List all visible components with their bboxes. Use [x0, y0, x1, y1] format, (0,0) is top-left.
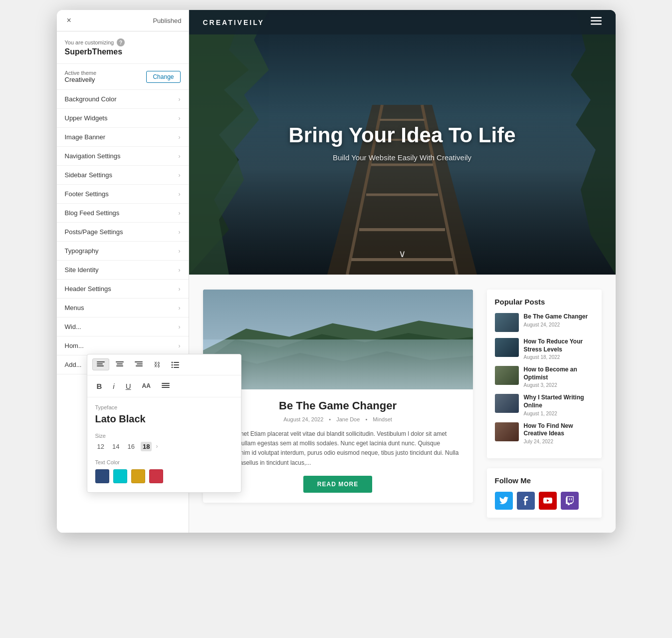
menu-item-typography[interactable]: Typography › [57, 242, 189, 261]
svg-point-9 [171, 362, 173, 363]
size-16[interactable]: 16 [125, 442, 136, 451]
text-color-label: Text Color [95, 459, 233, 465]
blog-title: Be The Game Changer [213, 399, 463, 412]
list-item[interactable]: Why I Started Writing Online August 1, 2… [495, 394, 594, 416]
chevron-right-icon: › [179, 229, 181, 236]
size-section: Size 12 14 16 18 › [87, 429, 241, 455]
swatch-yellow[interactable] [131, 469, 145, 483]
menu-item-upper-widgets[interactable]: Upper Widgets › [57, 109, 189, 128]
menu-item-background-color[interactable]: Background Color › [57, 90, 189, 109]
uppercase-button[interactable]: AA [138, 380, 155, 392]
list-item[interactable]: How To Find New Creative Ideas July 24, … [495, 422, 594, 444]
menu-item-posts-page-settings[interactable]: Posts/Page Settings › [57, 223, 189, 242]
svg-rect-8 [136, 365, 143, 366]
blog-card: Be The Game Changer August 24, 2022 • Ja… [203, 290, 473, 503]
align-left-button[interactable] [92, 358, 109, 370]
svg-rect-32 [591, 23, 602, 25]
customizing-label: You are customizing ? [65, 38, 181, 46]
chevron-right-icon: › [179, 305, 181, 312]
align-right-button[interactable] [130, 358, 147, 370]
svg-rect-12 [174, 364, 179, 365]
follow-section: Follow Me [487, 468, 602, 518]
blog-category: Mindset [373, 416, 392, 422]
blog-meta: August 24, 2022 • Jane Doe • Mindset [213, 416, 463, 422]
menu-item-homepage[interactable]: Hom... › [57, 336, 189, 355]
hamburger-button[interactable] [591, 17, 602, 27]
underline-button[interactable]: U [121, 379, 136, 393]
svg-rect-1 [97, 363, 103, 364]
pp-title: How to Become an Optimist [524, 366, 594, 381]
social-icons [495, 492, 594, 510]
swatch-dark-blue[interactable] [95, 469, 109, 483]
chevron-right-icon: › [179, 323, 181, 330]
menu-item-header-settings[interactable]: Header Settings › [57, 280, 189, 299]
svg-rect-2 [97, 365, 104, 366]
popular-posts-widget: Popular Posts Be The Game Changer August… [487, 290, 602, 458]
size-more-arrow[interactable]: › [156, 443, 158, 450]
menu-list: Background Color › Upper Widgets › Image… [57, 90, 189, 374]
pp-title: Why I Started Writing Online [524, 394, 594, 409]
text-color-section: Text Color [87, 455, 241, 487]
svg-rect-16 [162, 385, 170, 386]
paragraph-button[interactable] [157, 380, 174, 392]
facebook-icon[interactable] [517, 492, 535, 510]
chevron-right-icon: › [179, 96, 181, 103]
published-status: Published [153, 17, 181, 24]
twitch-icon[interactable] [561, 492, 579, 510]
chevron-right-icon: › [179, 342, 181, 349]
menu-item-widgets[interactable]: Wid... › [57, 318, 189, 336]
svg-rect-0 [97, 361, 105, 362]
menu-item-site-identity[interactable]: Site Identity › [57, 261, 189, 280]
scroll-indicator[interactable]: ∨ [399, 248, 406, 260]
color-swatches [95, 469, 233, 483]
size-12[interactable]: 12 [95, 442, 106, 451]
svg-rect-30 [591, 17, 602, 18]
chevron-right-icon: › [179, 191, 181, 198]
panel-meta: You are customizing ? SuperbThemes [57, 31, 189, 64]
pp-date: August 3, 2022 [524, 382, 594, 388]
list-item[interactable]: How to Become an Optimist August 3, 2022 [495, 366, 594, 388]
menu-item-image-banner[interactable]: Image Banner › [57, 128, 189, 147]
site-nav: CREATIVEILY [189, 10, 616, 34]
menu-item-menus[interactable]: Menus › [57, 299, 189, 318]
popular-posts-heading: Popular Posts [495, 298, 594, 306]
svg-rect-15 [162, 383, 170, 384]
blog-image [203, 290, 473, 389]
chevron-right-icon: › [179, 115, 181, 122]
list-item[interactable]: How To Reduce Your Stress Levels August … [495, 338, 594, 360]
hero-subtitle: Build Your Website Easily With Creativei… [288, 153, 515, 162]
link-button[interactable]: ⛓ [149, 358, 165, 371]
bold-button[interactable]: B [92, 379, 107, 393]
chevron-right-icon: › [179, 286, 181, 293]
youtube-icon[interactable] [539, 492, 557, 510]
svg-rect-14 [174, 367, 179, 368]
svg-rect-3 [116, 361, 124, 362]
list-item[interactable]: Be The Game Changer August 24, 2022 [495, 313, 594, 332]
chevron-right-icon: › [179, 134, 181, 141]
change-theme-button[interactable]: Change [146, 71, 180, 83]
size-label: Size [95, 433, 233, 439]
italic-button[interactable]: i [108, 379, 119, 393]
menu-item-blog-feed-settings[interactable]: Blog Feed Settings › [57, 204, 189, 223]
svg-marker-20 [571, 10, 616, 275]
swatch-red[interactable] [149, 469, 163, 483]
svg-rect-10 [174, 362, 179, 363]
read-more-button[interactable]: READ MORE [303, 476, 372, 493]
typography-popup: ⛓ B i U AA [87, 354, 241, 493]
pp-date: July 24, 2022 [524, 439, 594, 444]
menu-item-footer-settings[interactable]: Footer Settings › [57, 185, 189, 204]
pp-title: How To Reduce Your Stress Levels [524, 338, 594, 353]
size-14[interactable]: 14 [110, 442, 121, 451]
size-18[interactable]: 18 [141, 442, 152, 451]
close-button[interactable]: × [64, 15, 74, 26]
help-icon[interactable]: ? [117, 38, 125, 46]
twitter-icon[interactable] [495, 492, 513, 510]
chevron-right-icon: › [179, 248, 181, 255]
swatch-teal[interactable] [113, 469, 127, 483]
list-button[interactable] [167, 358, 184, 370]
pp-date: August 18, 2022 [524, 354, 594, 360]
hero-section: CREATIVEILY Bring Your Idea To Life Buil… [189, 10, 616, 275]
align-center-button[interactable] [111, 358, 128, 370]
menu-item-sidebar-settings[interactable]: Sidebar Settings › [57, 166, 189, 185]
menu-item-navigation-settings[interactable]: Navigation Settings › [57, 147, 189, 166]
